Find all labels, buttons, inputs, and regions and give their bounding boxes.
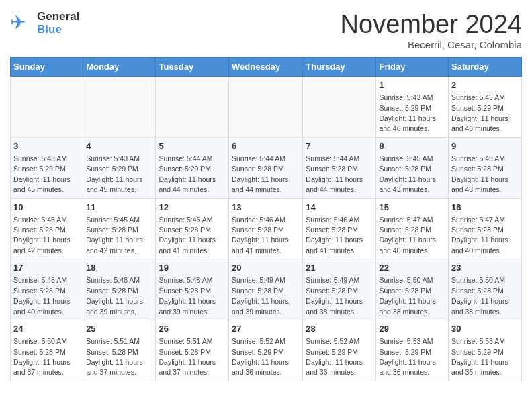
calendar-header: SundayMondayTuesdayWednesdayThursdayFrid… [11,58,522,77]
day-info: Sunrise: 5:50 AM Sunset: 5:28 PM Dayligh… [451,276,508,315]
weekday-header-monday: Monday [83,58,156,77]
calendar-cell: 15Sunrise: 5:47 AM Sunset: 5:28 PM Dayli… [376,198,449,259]
calendar-cell: 16Sunrise: 5:47 AM Sunset: 5:28 PM Dayli… [449,198,522,259]
day-number: 5 [159,140,226,152]
day-info: Sunrise: 5:52 AM Sunset: 5:29 PM Dayligh… [306,337,363,376]
day-info: Sunrise: 5:43 AM Sunset: 5:29 PM Dayligh… [13,154,71,193]
day-info: Sunrise: 5:53 AM Sunset: 5:29 PM Dayligh… [379,337,436,376]
day-info: Sunrise: 5:45 AM Sunset: 5:28 PM Dayligh… [13,216,71,255]
calendar-cell [303,77,376,138]
calendar-cell: 18Sunrise: 5:48 AM Sunset: 5:28 PM Dayli… [83,259,156,320]
day-info: Sunrise: 5:52 AM Sunset: 5:29 PM Dayligh… [232,337,289,376]
weekday-header-friday: Friday [376,58,449,77]
calendar-week-2: 3Sunrise: 5:43 AM Sunset: 5:29 PM Daylig… [11,137,522,198]
location: Becerril, Cesar, Colombia [341,39,522,50]
logo: ✈ General Blue [10,10,79,37]
logo-text: General Blue [37,11,79,36]
day-info: Sunrise: 5:47 AM Sunset: 5:28 PM Dayligh… [379,216,436,255]
day-number: 11 [86,201,152,214]
calendar-cell: 3Sunrise: 5:43 AM Sunset: 5:29 PM Daylig… [11,137,83,198]
day-info: Sunrise: 5:43 AM Sunset: 5:29 PM Dayligh… [379,93,436,132]
calendar-cell: 24Sunrise: 5:50 AM Sunset: 5:28 PM Dayli… [11,320,83,381]
day-number: 23 [451,262,519,274]
day-info: Sunrise: 5:50 AM Sunset: 5:28 PM Dayligh… [379,276,436,315]
day-info: Sunrise: 5:46 AM Sunset: 5:28 PM Dayligh… [232,216,289,255]
calendar-cell [11,77,83,138]
day-number: 27 [232,323,300,335]
calendar-cell: 6Sunrise: 5:44 AM Sunset: 5:28 PM Daylig… [229,137,303,198]
day-number: 17 [13,262,80,274]
calendar-cell: 17Sunrise: 5:48 AM Sunset: 5:28 PM Dayli… [11,259,83,320]
calendar-cell: 26Sunrise: 5:51 AM Sunset: 5:28 PM Dayli… [156,320,229,381]
calendar-cell: 30Sunrise: 5:53 AM Sunset: 5:29 PM Dayli… [449,320,522,381]
day-number: 10 [13,201,80,214]
calendar-cell: 25Sunrise: 5:51 AM Sunset: 5:28 PM Dayli… [83,320,156,381]
logo-blue: Blue [37,24,79,36]
day-info: Sunrise: 5:44 AM Sunset: 5:28 PM Dayligh… [232,154,289,193]
calendar-cell: 28Sunrise: 5:52 AM Sunset: 5:29 PM Dayli… [303,320,376,381]
day-info: Sunrise: 5:44 AM Sunset: 5:28 PM Dayligh… [306,154,363,193]
day-info: Sunrise: 5:48 AM Sunset: 5:28 PM Dayligh… [86,276,143,315]
calendar-cell: 10Sunrise: 5:45 AM Sunset: 5:28 PM Dayli… [11,198,83,259]
calendar-cell: 27Sunrise: 5:52 AM Sunset: 5:29 PM Dayli… [229,320,303,381]
weekday-header-wednesday: Wednesday [229,58,303,77]
day-number: 14 [306,201,373,214]
day-number: 9 [451,140,519,152]
header: ✈ General Blue November 2024 Becerril, C… [10,10,522,50]
day-info: Sunrise: 5:51 AM Sunset: 5:28 PM Dayligh… [86,337,143,376]
day-number: 20 [232,262,300,274]
calendar-cell: 2Sunrise: 5:43 AM Sunset: 5:29 PM Daylig… [449,77,522,138]
day-info: Sunrise: 5:44 AM Sunset: 5:29 PM Dayligh… [159,154,216,193]
calendar-cell [83,77,156,138]
calendar-cell: 29Sunrise: 5:53 AM Sunset: 5:29 PM Dayli… [376,320,449,381]
day-number: 2 [451,79,519,91]
calendar-cell: 8Sunrise: 5:45 AM Sunset: 5:28 PM Daylig… [376,137,449,198]
day-info: Sunrise: 5:45 AM Sunset: 5:28 PM Dayligh… [451,154,508,193]
day-number: 26 [159,323,226,335]
day-number: 19 [159,262,226,274]
day-number: 30 [451,323,519,335]
day-info: Sunrise: 5:48 AM Sunset: 5:28 PM Dayligh… [159,276,216,315]
calendar-cell: 9Sunrise: 5:45 AM Sunset: 5:28 PM Daylig… [449,137,522,198]
calendar-table: SundayMondayTuesdayWednesdayThursdayFrid… [10,57,522,381]
day-info: Sunrise: 5:46 AM Sunset: 5:28 PM Dayligh… [159,216,216,255]
calendar-cell: 5Sunrise: 5:44 AM Sunset: 5:29 PM Daylig… [156,137,229,198]
calendar-cell: 11Sunrise: 5:45 AM Sunset: 5:28 PM Dayli… [83,198,156,259]
title-section: November 2024 Becerril, Cesar, Colombia [341,10,522,50]
calendar-week-5: 24Sunrise: 5:50 AM Sunset: 5:28 PM Dayli… [11,320,522,381]
calendar-cell: 21Sunrise: 5:49 AM Sunset: 5:28 PM Dayli… [303,259,376,320]
day-info: Sunrise: 5:47 AM Sunset: 5:28 PM Dayligh… [451,216,508,255]
day-number: 22 [379,262,445,274]
weekday-header-saturday: Saturday [449,58,522,77]
calendar-cell: 7Sunrise: 5:44 AM Sunset: 5:28 PM Daylig… [303,137,376,198]
calendar-body: 1Sunrise: 5:43 AM Sunset: 5:29 PM Daylig… [11,77,522,381]
weekday-header-tuesday: Tuesday [156,58,229,77]
day-info: Sunrise: 5:51 AM Sunset: 5:28 PM Dayligh… [159,337,216,376]
day-info: Sunrise: 5:53 AM Sunset: 5:29 PM Dayligh… [451,337,508,376]
day-number: 1 [379,79,445,91]
calendar-cell: 13Sunrise: 5:46 AM Sunset: 5:28 PM Dayli… [229,198,303,259]
calendar-cell: 4Sunrise: 5:43 AM Sunset: 5:29 PM Daylig… [83,137,156,198]
calendar-cell: 14Sunrise: 5:46 AM Sunset: 5:28 PM Dayli… [303,198,376,259]
day-number: 13 [232,201,300,214]
day-info: Sunrise: 5:46 AM Sunset: 5:28 PM Dayligh… [306,216,363,255]
day-info: Sunrise: 5:45 AM Sunset: 5:28 PM Dayligh… [379,154,436,193]
calendar-cell: 23Sunrise: 5:50 AM Sunset: 5:28 PM Dayli… [449,259,522,320]
calendar-cell: 1Sunrise: 5:43 AM Sunset: 5:29 PM Daylig… [376,77,449,138]
day-info: Sunrise: 5:49 AM Sunset: 5:28 PM Dayligh… [306,276,363,315]
day-number: 21 [306,262,373,274]
logo-icon: ✈ [10,10,37,37]
weekday-header-sunday: Sunday [11,58,83,77]
day-info: Sunrise: 5:48 AM Sunset: 5:28 PM Dayligh… [13,276,71,315]
page: ✈ General Blue November 2024 Becerril, C… [0,0,532,411]
day-number: 29 [379,323,445,335]
svg-text:✈: ✈ [10,12,26,33]
day-info: Sunrise: 5:45 AM Sunset: 5:28 PM Dayligh… [86,216,143,255]
day-number: 7 [306,140,373,152]
day-info: Sunrise: 5:43 AM Sunset: 5:29 PM Dayligh… [451,93,508,132]
calendar-week-1: 1Sunrise: 5:43 AM Sunset: 5:29 PM Daylig… [11,77,522,138]
calendar-week-3: 10Sunrise: 5:45 AM Sunset: 5:28 PM Dayli… [11,198,522,259]
day-number: 3 [13,140,80,152]
logo-general: General [37,11,79,24]
calendar-cell [156,77,229,138]
